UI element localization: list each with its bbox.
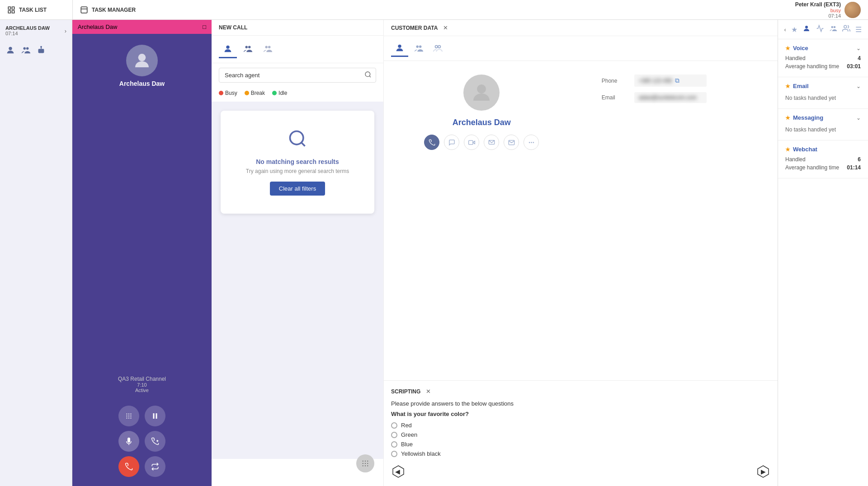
grid-float-button[interactable] <box>356 454 374 472</box>
customer-fields: Phone +365 123 456 ⧉ Email adaw@suntelec… <box>602 75 737 103</box>
end-call-button[interactable] <box>118 456 139 477</box>
voice-handled-row: Handled 4 <box>785 55 861 61</box>
email-label: Email <box>793 83 809 89</box>
messaging-no-tasks: No tasks handled yet <box>785 125 861 135</box>
task-manager-icon <box>80 6 88 14</box>
grid-btn-container <box>212 459 383 486</box>
sidebar-person-icon[interactable] <box>5 45 15 57</box>
call-panel-close-icon[interactable]: □ <box>203 23 206 30</box>
svg-line-35 <box>369 76 371 77</box>
mute-button[interactable] <box>118 431 139 452</box>
customer-tab-group[interactable] <box>410 40 427 57</box>
svg-point-18 <box>126 416 127 416</box>
task-manager-label: TASK MANAGER <box>92 7 136 13</box>
radio-green[interactable] <box>391 432 397 438</box>
sidebar-contact-name: ARCHELAUS DAW <box>5 25 50 31</box>
no-results-card: No matching search results Try again usi… <box>221 111 374 214</box>
scripting-next-button[interactable]: ▶ <box>756 464 770 479</box>
svg-point-23 <box>130 417 131 418</box>
sidebar-group-icon[interactable] <box>21 45 31 57</box>
webchat-handled-value: 6 <box>858 156 861 163</box>
user-section: Peter Krall (EXT3) busy 07:14 <box>788 1 868 19</box>
svg-point-58 <box>533 142 534 143</box>
email-action-button[interactable] <box>504 135 519 150</box>
call-controls-tertiary <box>118 456 165 477</box>
right-star-icon[interactable]: ★ <box>791 25 797 34</box>
right-person-icon[interactable] <box>802 24 811 34</box>
clear-filters-button[interactable]: Clear all filters <box>270 182 325 196</box>
scripting-prev-button[interactable]: ◀ <box>391 464 406 479</box>
voice-collapse-icon[interactable]: ⌄ <box>856 45 861 51</box>
no-results-text: Try again using more general search term… <box>246 168 349 174</box>
svg-point-17 <box>130 413 131 414</box>
svg-rect-2 <box>8 10 10 13</box>
messaging-collapse-icon[interactable]: ⌄ <box>856 115 861 121</box>
svg-point-40 <box>367 461 368 462</box>
svg-rect-4 <box>81 7 87 13</box>
call-channel: QA3 Retail Channel <box>118 376 166 382</box>
svg-text:◀: ◀ <box>395 468 400 475</box>
video-action-button[interactable] <box>464 135 479 150</box>
option-yellowish-label: Yellowish black <box>401 450 441 457</box>
right-menu-icon[interactable]: ☰ <box>855 25 862 34</box>
svg-point-21 <box>126 417 127 418</box>
dialpad-button[interactable] <box>118 406 139 426</box>
phone-action-button[interactable] <box>424 135 439 150</box>
svg-point-8 <box>26 47 28 50</box>
phone-copy-icon[interactable]: ⧉ <box>675 77 679 84</box>
radio-blue[interactable] <box>391 441 397 448</box>
voice-label: Voice <box>793 45 808 51</box>
tab-single-agent[interactable] <box>219 40 237 58</box>
option-red-label: Red <box>401 422 412 429</box>
voice-avg-label: Average handling time <box>785 63 839 70</box>
webchat-label: Webchat <box>793 146 817 153</box>
tab-group-agents[interactable] <box>239 40 257 58</box>
status-idle: Idle <box>272 90 287 96</box>
svg-point-41 <box>363 463 363 464</box>
option-blue: Blue <box>391 441 770 448</box>
customer-data-close-icon[interactable]: ✕ <box>443 24 448 31</box>
webchat-title: ★ Webchat <box>785 146 817 153</box>
search-input[interactable] <box>219 68 376 83</box>
transfer-button[interactable] <box>145 456 165 477</box>
radio-red[interactable] <box>391 422 397 429</box>
svg-point-46 <box>367 465 368 466</box>
agent-panel: NEW CALL Busy <box>212 20 383 486</box>
email-value: adaw@suntelecom.com <box>634 92 707 103</box>
email-collapse-icon[interactable]: ⌄ <box>856 83 861 89</box>
svg-point-13 <box>40 46 42 48</box>
svg-point-7 <box>24 47 26 50</box>
sms-action-button[interactable] <box>484 135 499 150</box>
email-address: adaw@suntelecom.com <box>639 94 697 101</box>
more-action-button[interactable] <box>524 135 539 150</box>
sidebar-robot-icon[interactable] <box>36 45 46 57</box>
right-group-icon[interactable] <box>829 24 837 34</box>
email-header: ★ Email ⌄ <box>785 83 861 89</box>
agent-tab-icons <box>212 36 383 63</box>
sidebar-expand-icon[interactable]: › <box>65 28 66 34</box>
chat-action-button[interactable] <box>444 135 459 150</box>
voice-header: ★ Voice ⌄ <box>785 45 861 51</box>
add-call-button[interactable] <box>145 431 165 452</box>
right-collapse-icon[interactable]: ‹ <box>784 26 786 33</box>
scripting-header: SCRIPTING ✕ <box>391 388 770 395</box>
svg-point-22 <box>128 417 129 418</box>
svg-point-62 <box>831 26 833 28</box>
tab-queue[interactable] <box>259 40 277 58</box>
svg-rect-24 <box>153 413 155 419</box>
svg-rect-3 <box>12 10 14 13</box>
right-chart-icon[interactable] <box>816 24 824 34</box>
svg-point-39 <box>365 461 366 462</box>
right-users-icon[interactable] <box>842 24 850 34</box>
customer-tab-cases[interactable] <box>429 40 446 57</box>
agent-search-area: No matching search results Try again usi… <box>212 102 383 459</box>
pause-button[interactable] <box>145 406 165 426</box>
svg-point-43 <box>367 463 368 464</box>
svg-rect-0 <box>8 7 10 9</box>
voice-handled-value: 4 <box>858 55 861 61</box>
customer-tab-person[interactable] <box>391 40 408 57</box>
scripting-close-icon[interactable]: ✕ <box>426 388 431 395</box>
radio-yellowish[interactable] <box>391 451 397 457</box>
svg-point-30 <box>245 46 248 48</box>
scripting-title: SCRIPTING <box>391 388 420 395</box>
